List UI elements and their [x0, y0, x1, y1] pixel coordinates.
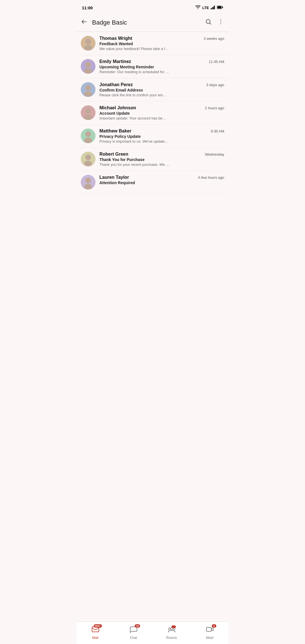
svg-point-10 — [221, 23, 221, 24]
email-sender-lauren-taylor: Lauren Taylor — [99, 175, 129, 180]
avatar-thomas-wright — [81, 36, 95, 51]
email-preview-thomas-wright: We value your feedback! Please take a f… — [99, 47, 224, 51]
nav-label-meet: Meet — [206, 636, 213, 640]
svg-point-31 — [84, 184, 92, 190]
email-content-michael-johnson: Michael Johnson2 hours agoAccount Update… — [99, 105, 224, 120]
email-time-jonathan-perez: 3 days ago — [206, 83, 224, 87]
email-subject-emily-martinez: Upcoming Meeting Reminder — [99, 65, 224, 69]
email-preview-jonathan-perez: Please click the link to confirm your em… — [99, 93, 224, 97]
email-time-matthew-baker: 9:30 AM — [211, 129, 224, 133]
email-sender-matthew-baker: Matthew Baker — [99, 129, 131, 134]
svg-point-8 — [221, 19, 221, 20]
svg-point-22 — [84, 114, 92, 120]
avatar-lauren-taylor — [81, 175, 95, 190]
email-item-lauren-taylor[interactable]: Lauren TaylorA few hours agoAttention Re… — [76, 171, 229, 194]
email-item-michael-johnson[interactable]: Michael Johnson2 hours agoAccount Update… — [76, 101, 229, 125]
svg-point-13 — [84, 45, 92, 51]
email-sender-thomas-wright: Thomas Wright — [99, 36, 132, 41]
email-sender-michael-johnson: Michael Johnson — [99, 105, 136, 110]
email-subject-thomas-wright: Feedback Wanted — [99, 42, 224, 46]
mail-icon: 999+ — [92, 626, 99, 635]
nav-label-chat: Chat — [130, 636, 137, 640]
nav-badge-meet: 3 — [212, 624, 216, 628]
svg-point-9 — [221, 21, 221, 22]
nav-label-rooms: Rooms — [166, 636, 177, 640]
battery-icon — [217, 6, 223, 10]
email-content-emily-martinez: Emily Martinez11:45 AMUpcoming Meeting R… — [99, 59, 224, 74]
back-button[interactable] — [81, 18, 88, 27]
email-content-jonathan-perez: Jonathan Perez3 days agoConfirm Email Ad… — [99, 82, 224, 97]
email-content-lauren-taylor: Lauren TaylorA few hours agoAttention Re… — [99, 175, 224, 186]
svg-point-34 — [168, 628, 170, 630]
email-preview-robert-green: Thank you for your recent purchase. We … — [99, 162, 224, 167]
email-item-robert-green[interactable]: Robert GreenWednesdayThank You for Purch… — [76, 148, 229, 171]
svg-point-21 — [85, 108, 91, 114]
more-options-button[interactable] — [217, 18, 224, 27]
email-content-matthew-baker: Matthew Baker9:30 AMPrivacy Policy Updat… — [99, 129, 224, 143]
svg-point-12 — [85, 39, 91, 44]
email-preview-matthew-baker: Privacy is important to us. We've update… — [99, 139, 224, 143]
email-item-thomas-wright[interactable]: Thomas Wright3 weeks agoFeedback WantedW… — [76, 32, 229, 55]
email-sender-emily-martinez: Emily Martinez — [99, 59, 131, 64]
svg-point-30 — [85, 178, 91, 183]
avatar-jonathan-perez — [81, 82, 95, 97]
svg-point-18 — [85, 85, 91, 91]
svg-point-15 — [85, 62, 91, 68]
svg-point-28 — [84, 161, 92, 166]
bottom-nav: 999+Mail 10Chat Rooms 3Meet — [76, 621, 229, 644]
email-item-jonathan-perez[interactable]: Jonathan Perez3 days agoConfirm Email Ad… — [76, 78, 229, 101]
nav-badge-mail: 999+ — [94, 624, 102, 628]
nav-item-chat[interactable]: 10Chat — [114, 622, 152, 644]
svg-point-16 — [84, 68, 92, 74]
email-item-matthew-baker[interactable]: Matthew Baker9:30 AMPrivacy Policy Updat… — [76, 125, 229, 148]
email-subject-jonathan-perez: Confirm Email Address — [99, 88, 224, 92]
avatar-emily-martinez — [81, 59, 95, 74]
svg-point-24 — [85, 131, 91, 137]
meet-icon: 3 — [206, 626, 213, 635]
wifi-icon — [195, 5, 201, 10]
svg-rect-5 — [217, 6, 221, 8]
svg-rect-2 — [213, 6, 214, 9]
email-time-lauren-taylor: A few hours ago — [198, 175, 224, 180]
nav-item-rooms[interactable]: Rooms — [152, 622, 191, 644]
network-label: LTE — [202, 6, 209, 10]
nav-item-mail[interactable]: 999+Mail — [76, 622, 114, 644]
svg-rect-36 — [206, 627, 211, 631]
email-time-robert-green: Wednesday — [205, 152, 224, 156]
chat-icon: 10 — [130, 626, 137, 635]
search-button[interactable] — [205, 18, 212, 27]
header: Badge Basic — [76, 14, 229, 32]
status-time: 11:00 — [82, 5, 93, 10]
email-list: Thomas Wright3 weeks agoFeedback WantedW… — [76, 32, 229, 621]
svg-point-19 — [84, 91, 92, 97]
nav-badge-chat: 10 — [135, 624, 140, 628]
svg-rect-3 — [214, 6, 215, 9]
svg-rect-1 — [212, 7, 213, 9]
email-subject-michael-johnson: Account Update — [99, 111, 224, 116]
email-content-robert-green: Robert GreenWednesdayThank You for Purch… — [99, 152, 224, 167]
email-content-thomas-wright: Thomas Wright3 weeks agoFeedback WantedW… — [99, 36, 224, 51]
svg-rect-6 — [222, 6, 223, 8]
email-time-thomas-wright: 3 weeks ago — [204, 36, 224, 41]
avatar-michael-johnson — [81, 105, 95, 120]
email-item-emily-martinez[interactable]: Emily Martinez11:45 AMUpcoming Meeting R… — [76, 55, 229, 78]
email-time-michael-johnson: 2 hours ago — [205, 106, 224, 110]
svg-rect-0 — [211, 8, 212, 9]
email-subject-matthew-baker: Privacy Policy Update — [99, 134, 224, 139]
signal-icon — [211, 5, 215, 10]
header-actions — [205, 18, 224, 27]
svg-point-25 — [84, 138, 92, 143]
nav-item-meet[interactable]: 3Meet — [191, 622, 229, 644]
email-preview-emily-martinez: Reminder: Our meeting is scheduled for … — [99, 70, 224, 74]
email-subject-lauren-taylor: Attention Required — [99, 180, 224, 185]
avatar-matthew-baker — [81, 129, 95, 143]
email-sender-jonathan-perez: Jonathan Perez — [99, 82, 133, 87]
rooms-icon — [168, 626, 175, 635]
nav-label-mail: Mail — [92, 636, 98, 640]
page-title: Badge Basic — [92, 19, 201, 26]
email-subject-robert-green: Thank You for Purchase — [99, 157, 224, 162]
email-time-emily-martinez: 11:45 AM — [209, 60, 224, 64]
status-icons: LTE — [195, 5, 223, 10]
email-sender-robert-green: Robert Green — [99, 152, 128, 157]
svg-point-27 — [85, 155, 91, 160]
